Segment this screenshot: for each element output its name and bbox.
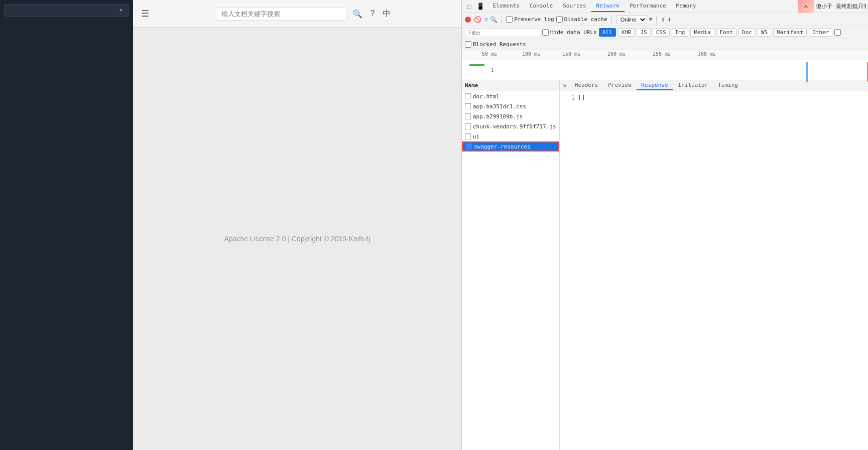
manifest-filter-btn[interactable]: Manifest bbox=[773, 28, 807, 37]
list-item-ui[interactable]: ui bbox=[462, 131, 559, 141]
timeline-chart: 1 bbox=[462, 60, 868, 80]
file-icon-css bbox=[465, 103, 471, 109]
item-name-doc-html: doc.html bbox=[473, 93, 500, 100]
devtools-panel: ⬚ 📱 Elements Console Sources Network Per… bbox=[461, 0, 868, 450]
search-input[interactable] bbox=[216, 7, 346, 21]
upload-icon[interactable]: ⬆ bbox=[661, 16, 665, 24]
response-panel: ✕ Headers Preview Response Initiator Tim… bbox=[560, 80, 868, 450]
hide-data-urls-text: Hide data URLs bbox=[550, 29, 597, 36]
tab-console[interactable]: Console bbox=[525, 1, 558, 12]
ws-filter-btn[interactable]: WS bbox=[758, 28, 771, 37]
ruler-150ms: 150 ms bbox=[562, 51, 580, 57]
copyright-text: Apache License 2.0 | Copyright © 2019-Kn… bbox=[224, 235, 370, 243]
timeline-bar-blue bbox=[806, 62, 808, 82]
name-column-header: Name bbox=[465, 82, 478, 89]
blocked-requests-checkbox[interactable] bbox=[465, 41, 471, 48]
ruler-50ms: 50 ms bbox=[482, 51, 497, 57]
device-icon[interactable]: 📱 bbox=[475, 2, 486, 11]
blocked-requests-text: Blocked Requests bbox=[473, 41, 526, 48]
divider3 bbox=[656, 16, 657, 24]
tab-preview[interactable]: Preview bbox=[603, 81, 636, 90]
ruler-300ms: 300 ms bbox=[698, 51, 716, 57]
disable-cache-label[interactable]: Disable cache bbox=[556, 16, 607, 23]
blocked-bar: Blocked Requests bbox=[462, 39, 868, 50]
blocked-requests-label[interactable]: Blocked Requests bbox=[465, 41, 526, 48]
tab-initiator[interactable]: Initiator bbox=[673, 81, 713, 90]
disable-cache-text: Disable cache bbox=[564, 16, 607, 23]
css-filter-btn[interactable]: CSS bbox=[653, 28, 670, 37]
throttle-chevron[interactable]: ▼ bbox=[649, 16, 653, 23]
record-button[interactable] bbox=[465, 17, 471, 23]
response-line-1: 1 [] bbox=[565, 94, 863, 101]
tab-memory[interactable]: Memory bbox=[671, 1, 701, 12]
avatar-text: 傻小子 最终割低只有羊肉 bbox=[816, 3, 866, 10]
top-bar: ☰ 🔍 ? 中 bbox=[133, 0, 461, 28]
tab-timing[interactable]: Timing bbox=[713, 81, 743, 90]
stop-button[interactable]: 🚫 bbox=[473, 16, 482, 24]
list-item-chunk-js[interactable]: chunk-vendors.9ff0f717.js bbox=[462, 121, 559, 131]
tab-sources[interactable]: Sources bbox=[558, 1, 591, 12]
line-number-1: 1 bbox=[565, 94, 575, 101]
file-icon-app-js bbox=[465, 113, 471, 119]
doc-filter-btn[interactable]: Doc bbox=[738, 28, 756, 37]
help-icon-button[interactable]: ? bbox=[368, 7, 377, 20]
close-button[interactable]: ✕ bbox=[560, 82, 570, 89]
list-item-swagger-resources[interactable]: swagger-resources bbox=[462, 141, 559, 152]
devtools-tabs-bar: ⬚ 📱 Elements Console Sources Network Per… bbox=[462, 0, 868, 13]
tab-elements[interactable]: Elements bbox=[488, 1, 525, 12]
help-icon: ? bbox=[370, 9, 375, 18]
tab-network[interactable]: Network bbox=[591, 1, 625, 12]
list-item-doc-html[interactable]: doc.html bbox=[462, 91, 559, 101]
timeline-area: 50 ms 100 ms 150 ms 200 ms 250 ms 300 ms… bbox=[462, 50, 868, 80]
item-name-ui: ui bbox=[473, 133, 479, 140]
ruler-250ms: 250 ms bbox=[653, 51, 671, 57]
item-name-chunk-js: chunk-vendors.9ff0f717.js bbox=[473, 123, 556, 130]
devtools-icons-left: ⬚ 📱 bbox=[464, 2, 488, 11]
all-filter-btn[interactable]: All bbox=[599, 28, 616, 37]
tab-response[interactable]: Response bbox=[637, 81, 673, 90]
sidebar-dropdown[interactable]: ▼ bbox=[4, 4, 129, 17]
media-filter-btn[interactable]: Media bbox=[690, 28, 714, 37]
inspect-icon[interactable]: ⬚ bbox=[466, 2, 473, 11]
tab-performance[interactable]: Performance bbox=[625, 1, 671, 12]
response-body: 1 [] bbox=[560, 91, 868, 450]
list-item-app-js[interactable]: app.b299109b.js bbox=[462, 111, 559, 121]
sidebar: ▼ bbox=[0, 0, 133, 450]
tab-headers[interactable]: Headers bbox=[570, 81, 603, 90]
other-checkbox[interactable] bbox=[834, 29, 841, 36]
line-content-1: [] bbox=[578, 94, 585, 101]
xhr-filter-btn[interactable]: XHR bbox=[618, 28, 635, 37]
img-filter-btn[interactable]: Img bbox=[672, 28, 689, 37]
download-icon[interactable]: ⬇ bbox=[667, 16, 671, 24]
response-tabs-bar: ✕ Headers Preview Response Initiator Tim… bbox=[560, 80, 868, 91]
filter-icon[interactable]: ▽ bbox=[484, 16, 488, 23]
network-search-icon[interactable]: 🔍 bbox=[490, 16, 498, 23]
item-name-swagger-resources: swagger-resources bbox=[474, 143, 531, 150]
filter-input[interactable] bbox=[465, 28, 540, 37]
network-list-header: Name bbox=[462, 80, 559, 91]
search-icon-button[interactable]: 🔍 bbox=[350, 7, 364, 21]
font-filter-btn[interactable]: Font bbox=[716, 28, 737, 37]
item-name-app-js: app.b299109b.js bbox=[473, 113, 523, 120]
main-content: ☰ 🔍 ? 中 Apache License 2.0 | Copyright ©… bbox=[133, 0, 461, 450]
list-item-css[interactable]: app.ba351dc1.css bbox=[462, 101, 559, 111]
online-select[interactable]: Online bbox=[616, 15, 647, 24]
js-filter-btn[interactable]: JS bbox=[637, 28, 650, 37]
timeline-ruler: 50 ms 100 ms 150 ms 200 ms 250 ms 300 ms bbox=[462, 50, 868, 60]
timeline-bar-green bbox=[469, 64, 484, 66]
lang-icon: 中 bbox=[383, 9, 391, 18]
disable-cache-checkbox[interactable] bbox=[556, 16, 563, 23]
item-name-css: app.ba351dc1.css bbox=[473, 103, 526, 110]
preserve-log-label[interactable]: Preserve log bbox=[506, 16, 554, 23]
preserve-log-text: Preserve log bbox=[514, 16, 554, 23]
divider bbox=[502, 16, 502, 24]
other-filter-btn[interactable]: Other bbox=[809, 28, 832, 37]
network-table-container: Name doc.html app.ba351dc1.css app.b2991… bbox=[462, 80, 868, 450]
filter-bar: Hide data URLs All XHR JS CSS Img Media … bbox=[462, 26, 868, 39]
preserve-log-checkbox[interactable] bbox=[506, 16, 513, 23]
hide-data-urls-checkbox[interactable] bbox=[542, 29, 549, 36]
hide-data-urls-label[interactable]: Hide data URLs bbox=[542, 29, 597, 36]
hamburger-button[interactable]: ☰ bbox=[141, 8, 149, 19]
lang-icon-button[interactable]: 中 bbox=[381, 7, 393, 21]
content-body: Apache License 2.0 | Copyright © 2019-Kn… bbox=[133, 28, 461, 450]
